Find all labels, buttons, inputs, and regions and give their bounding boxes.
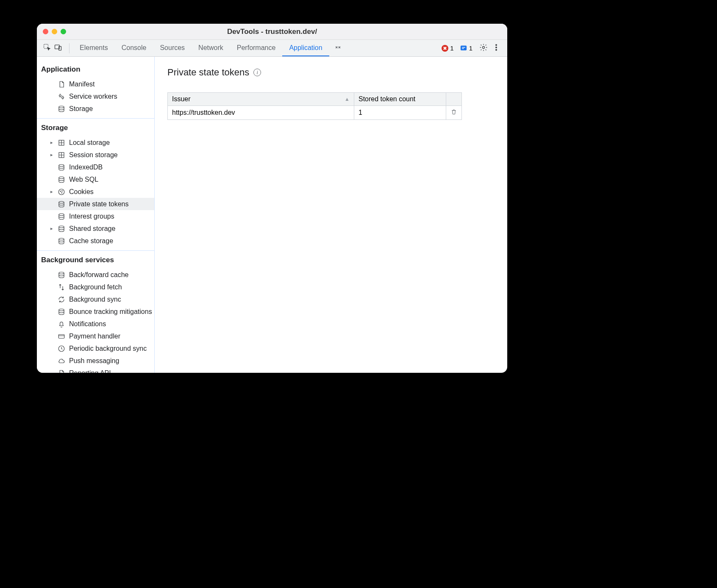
sidebar-item-label: Notifications [69, 320, 106, 328]
database-icon [57, 163, 66, 172]
sidebar-item-shared-storage[interactable]: ▸Shared storage [37, 222, 154, 235]
sidebar-item-local-storage[interactable]: ▸Local storage [37, 136, 154, 149]
col-actions [446, 93, 462, 106]
devtools-window: DevTools - trusttoken.dev/ Elements Cons… [37, 24, 507, 373]
titlebar: DevTools - trusttoken.dev/ [37, 24, 507, 40]
svg-point-6 [496, 47, 497, 48]
svg-point-19 [59, 201, 64, 203]
svg-point-18 [61, 192, 62, 193]
table-row[interactable]: https://trusttoken.dev1 [168, 106, 462, 120]
sidebar-section-title: Background services [37, 252, 154, 269]
settings-icon[interactable] [479, 43, 488, 53]
expand-chevron-icon[interactable]: ▸ [50, 140, 54, 145]
sidebar-item-interest-groups[interactable]: Interest groups [37, 210, 154, 222]
sidebar-item-session-storage[interactable]: ▸Session storage [37, 149, 154, 161]
issues-count: 1 [469, 44, 472, 52]
svg-rect-3 [461, 46, 467, 50]
cookie-icon [57, 188, 66, 196]
sidebar-item-background-sync[interactable]: Background sync [37, 293, 154, 305]
sidebar-item-label: Manifest [69, 80, 94, 88]
sidebar-item-label: Periodic background sync [69, 345, 147, 352]
sidebar-item-periodic-background-sync[interactable]: Periodic background sync [37, 342, 154, 355]
sidebar-item-label: IndexedDB [69, 164, 103, 171]
col-count[interactable]: Stored token count [354, 93, 446, 106]
sidebar-item-label: Interest groups [69, 213, 114, 220]
close-window-button[interactable] [43, 29, 48, 34]
sidebar-section-title: Application [37, 62, 154, 78]
svg-point-5 [496, 44, 497, 45]
delete-row-button[interactable] [446, 106, 462, 120]
sort-asc-icon: ▲ [345, 96, 350, 102]
kebab-menu-icon[interactable] [492, 43, 500, 53]
tab-sources[interactable]: Sources [153, 40, 192, 56]
sidebar-item-notifications[interactable]: Notifications [37, 318, 154, 330]
expand-chevron-icon[interactable]: ▸ [50, 152, 54, 158]
sidebar-item-background-fetch[interactable]: Background fetch [37, 281, 154, 293]
sidebar-item-label: Bounce tracking mitigations [69, 308, 152, 316]
inspect-element-icon[interactable] [43, 43, 51, 53]
zoom-window-button[interactable] [61, 29, 66, 34]
error-badge[interactable]: 1 [442, 44, 453, 52]
col-issuer[interactable]: Issuer ▲ [168, 93, 354, 106]
clock-icon [57, 344, 66, 353]
panel-heading: Private state tokens i [167, 67, 507, 78]
cell-count: 1 [354, 106, 446, 120]
database-icon [57, 271, 66, 279]
sidebar-item-service-workers[interactable]: Service workers [37, 90, 154, 103]
tab-console[interactable]: Console [115, 40, 153, 56]
svg-point-7 [496, 49, 497, 50]
sidebar-item-storage[interactable]: Storage [37, 103, 154, 115]
sidebar-item-web-sql[interactable]: Web SQL [37, 173, 154, 186]
card-icon [57, 332, 66, 341]
window-controls [43, 29, 66, 34]
svg-point-10 [59, 106, 64, 108]
svg-point-14 [59, 177, 64, 179]
database-icon [57, 200, 66, 208]
database-icon [57, 308, 66, 316]
sidebar-item-cookies[interactable]: ▸Cookies [37, 186, 154, 198]
sidebar-item-label: Service workers [69, 93, 117, 100]
document-icon [57, 369, 66, 373]
sidebar-item-indexeddb[interactable]: IndexedDB [37, 161, 154, 173]
svg-rect-2 [59, 46, 61, 50]
tab-elements[interactable]: Elements [73, 40, 115, 56]
database-icon [57, 212, 66, 221]
cloud-icon [57, 357, 66, 365]
expand-chevron-icon[interactable]: ▸ [50, 226, 54, 231]
sidebar-item-manifest[interactable]: Manifest [37, 78, 154, 90]
panel-tabs: Elements Console Sources Network Perform… [73, 40, 347, 56]
error-count: 1 [450, 44, 453, 52]
sidebar-item-label: Session storage [69, 151, 118, 159]
sidebar-item-back-forward-cache[interactable]: Back/forward cache [37, 269, 154, 281]
svg-point-17 [62, 191, 63, 191]
sidebar-item-push-messaging[interactable]: Push messaging [37, 355, 154, 367]
bell-icon [57, 320, 66, 328]
sidebar-item-label: Private state tokens [69, 200, 129, 208]
document-icon [57, 80, 66, 89]
application-sidebar[interactable]: ApplicationManifestService workersStorag… [37, 57, 155, 373]
expand-chevron-icon[interactable]: ▸ [50, 189, 54, 194]
tab-application[interactable]: Application [282, 40, 329, 56]
device-toggle-icon[interactable] [54, 43, 62, 53]
svg-point-15 [58, 189, 64, 195]
sidebar-item-private-state-tokens[interactable]: Private state tokens [37, 198, 154, 210]
svg-point-22 [59, 238, 64, 240]
sidebar-item-label: Cache storage [69, 237, 113, 245]
issues-badge[interactable]: 1 [460, 44, 472, 52]
grid-icon [57, 139, 66, 147]
sidebar-item-payment-handler[interactable]: Payment handler [37, 330, 154, 342]
sidebar-item-bounce-tracking-mitigations[interactable]: Bounce tracking mitigations [37, 305, 154, 318]
sidebar-item-label: Local storage [69, 139, 110, 147]
sidebar-item-reporting-api[interactable]: Reporting API [37, 367, 154, 373]
arrows-icon [57, 283, 66, 291]
tab-network[interactable]: Network [192, 40, 230, 56]
sidebar-item-label: Back/forward cache [69, 271, 129, 279]
minimize-window-button[interactable] [52, 29, 57, 34]
sidebar-item-cache-storage[interactable]: Cache storage [37, 235, 154, 247]
devtools-body: ApplicationManifestService workersStorag… [37, 57, 507, 373]
grid-icon [57, 151, 66, 159]
more-tabs-button[interactable] [329, 40, 347, 56]
svg-point-21 [59, 226, 64, 228]
info-icon[interactable]: i [253, 69, 261, 76]
tab-performance[interactable]: Performance [230, 40, 283, 56]
